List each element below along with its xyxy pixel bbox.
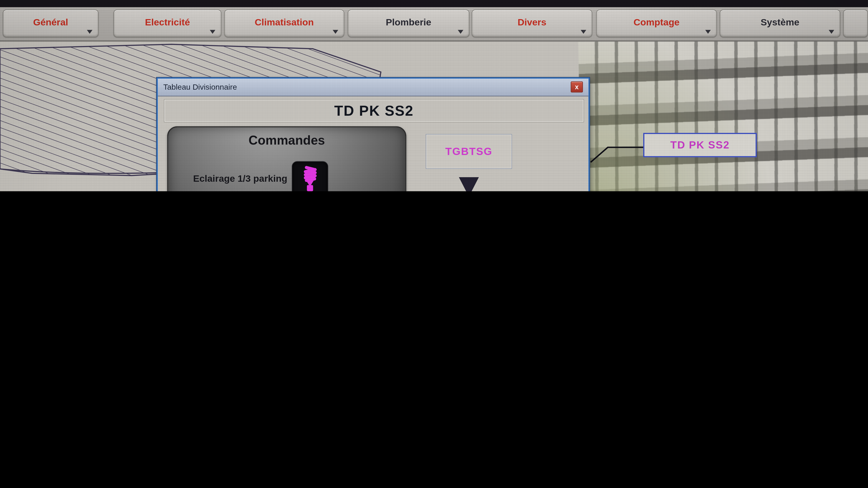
commandes-panel-title: Commandes xyxy=(168,133,405,148)
cfl-bulb-icon xyxy=(300,164,320,191)
chevron-down-icon xyxy=(705,30,711,34)
menu-climatisation-label: Climatisation xyxy=(255,17,314,28)
label-connector-line xyxy=(591,147,643,162)
close-icon[interactable]: x xyxy=(571,82,583,92)
chevron-down-icon xyxy=(829,30,834,34)
chevron-down-icon xyxy=(333,30,338,34)
commandes-panel: Commandes Eclairage 1/3 parking Eclairag… xyxy=(167,126,406,191)
incomer-arrow-icon xyxy=(459,177,479,191)
menu-divers-label: Divers xyxy=(518,17,547,28)
scada-screen: TD PK SS2 Général Electricité Climatisat… xyxy=(0,0,868,191)
menu-general-label: Général xyxy=(33,17,68,28)
chevron-down-icon xyxy=(87,30,93,34)
dialog-header-title: TD PK SS2 xyxy=(164,100,584,122)
tableau-divisionnaire-dialog: Tableau Divisionnaire x TD PK SS2 Comman… xyxy=(157,78,590,191)
dialog-titlebar[interactable]: Tableau Divisionnaire x xyxy=(158,79,589,96)
menu-systeme-label: Système xyxy=(761,17,799,28)
main-menubar: Général Electricité Climatisation Plombe… xyxy=(0,7,868,41)
plan-label-td-pk-ss2[interactable]: TD PK SS2 xyxy=(643,133,757,157)
menu-comptage[interactable]: Comptage xyxy=(596,9,717,37)
eclairage-1-3-command-button[interactable] xyxy=(292,161,328,191)
screen-bezel-strip xyxy=(0,0,868,7)
chevron-down-icon xyxy=(210,30,215,34)
menu-plomberie-label: Plomberie xyxy=(386,17,431,28)
eclairage-1-3-label: Eclairage 1/3 parking xyxy=(168,161,287,191)
chevron-down-icon xyxy=(458,30,464,34)
chevron-down-icon xyxy=(581,30,586,34)
menu-systeme[interactable]: Système xyxy=(720,9,840,37)
menu-divers[interactable]: Divers xyxy=(471,9,592,37)
menu-comptage-label: Comptage xyxy=(633,17,679,28)
menu-electricite[interactable]: Electricité xyxy=(114,9,221,37)
menu-general[interactable]: Général xyxy=(3,9,98,37)
dialog-window-title: Tableau Divisionnaire xyxy=(163,83,237,91)
menu-climatisation[interactable]: Climatisation xyxy=(224,9,344,37)
menu-electricite-label: Electricité xyxy=(145,17,190,28)
tgbtsg-source-box[interactable]: TGBTSG xyxy=(426,134,512,169)
commande-row: Eclairage 1/3 parking xyxy=(168,161,405,191)
menu-partial-button[interactable] xyxy=(843,9,868,37)
menu-plomberie[interactable]: Plomberie xyxy=(348,9,469,37)
